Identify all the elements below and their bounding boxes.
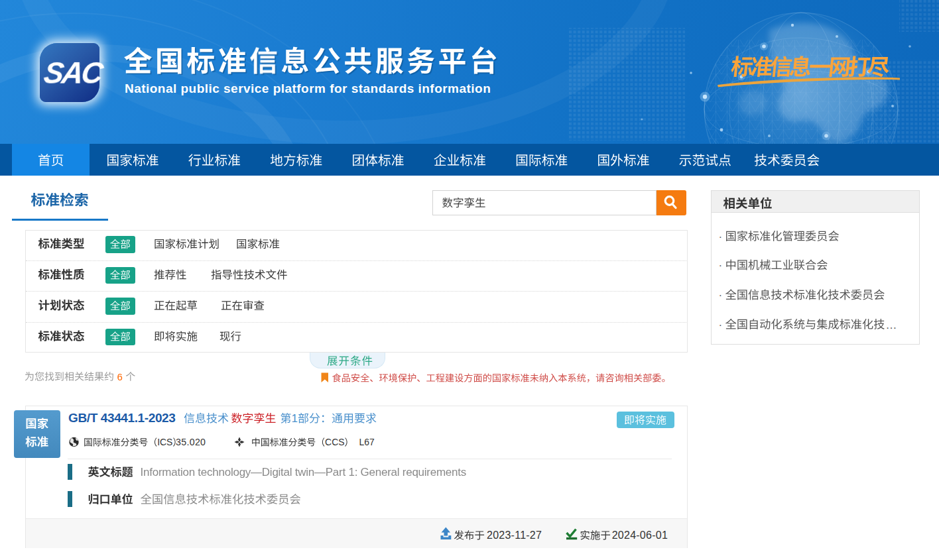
svg-text:·: · <box>719 289 723 302</box>
svg-text:1: 1 <box>292 412 298 425</box>
svg-text:2023-11-27: 2023-11-27 <box>487 530 542 541</box>
svg-text:L67: L67 <box>359 437 375 447</box>
svg-text:…: … <box>885 319 897 331</box>
svg-text:CCS: CCS <box>325 437 344 447</box>
svg-text:·: · <box>719 319 723 331</box>
svg-text:ICS: ICS <box>157 437 172 447</box>
svg-text:National public service platfo: National public service platform for sta… <box>125 82 491 95</box>
svg-text:35.020: 35.020 <box>176 437 206 447</box>
svg-text:Information technology—Digital: Information technology—Digital twin—Part… <box>141 466 466 478</box>
svg-text:GB/T 43441.1-2023: GB/T 43441.1-2023 <box>68 411 175 425</box>
svg-text:SAC: SAC <box>42 56 106 90</box>
svg-text:·: · <box>719 231 723 243</box>
svg-text:2024-06-01: 2024-06-01 <box>612 530 668 541</box>
svg-text:·: · <box>719 259 723 272</box>
svg-text:6: 6 <box>117 371 123 382</box>
